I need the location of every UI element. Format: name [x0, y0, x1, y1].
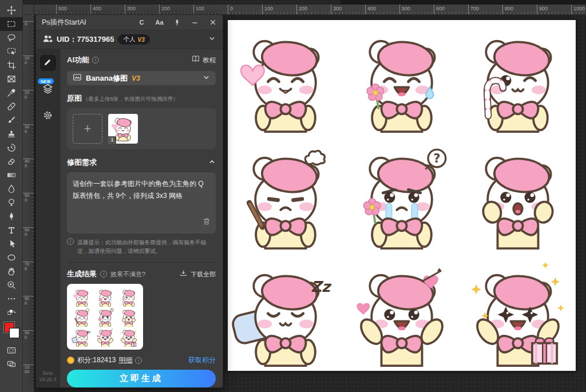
trash-icon[interactable]: [203, 217, 211, 229]
result-info-icon[interactable]: i: [100, 271, 107, 278]
panel-title: Ps插件StartAI: [42, 18, 86, 27]
vruler-label: 600: [23, 227, 34, 236]
ruler-corner: [23, 5, 34, 15]
edit-toolbar[interactable]: [0, 292, 23, 306]
gradient-tool[interactable]: [0, 168, 23, 182]
window-top-strip: [340, 0, 586, 5]
source-title: 原图: [67, 93, 82, 104]
pencil-icon: [43, 58, 52, 69]
hruler-label: 300: [125, 5, 136, 14]
vruler-label: 400: [23, 159, 34, 168]
sticker-laughing-flower: [344, 20, 460, 137]
request-textarea[interactable]: 请创作一套以参考图片中的角色为主角的 Q 版表情包，共 9个，排列成 3x3 网…: [67, 172, 216, 233]
swap-colors-icon[interactable]: [0, 306, 23, 319]
brush-tool[interactable]: [0, 113, 23, 127]
frame-tool[interactable]: [0, 72, 23, 86]
credits-detail-link[interactable]: 明细: [118, 355, 132, 365]
warning-info-icon: i: [67, 238, 74, 245]
vruler-label: 1000: [23, 365, 34, 374]
sticker-surprised-hands-on-cheeks: [460, 137, 576, 254]
hruler-label: 600: [434, 5, 445, 14]
tools-panel: [0, 0, 23, 392]
minimize-icon[interactable]: [191, 18, 199, 27]
download-icon: [180, 269, 187, 279]
crop-tool[interactable]: [0, 58, 23, 72]
hruler-label: 1000: [571, 5, 585, 14]
vruler-label: 100: [23, 56, 34, 65]
history-brush-tool[interactable]: [0, 141, 23, 155]
hruler-label: 0: [228, 5, 233, 14]
dodge-tool[interactable]: [0, 196, 23, 209]
request-title: 修图需求: [67, 157, 97, 168]
edit-tool-nav-button[interactable]: [40, 55, 56, 71]
ellipse-tool[interactable]: [0, 251, 23, 264]
document-canvas[interactable]: ?Zz: [228, 20, 576, 371]
path-selection-tool[interactable]: [0, 237, 23, 251]
book-icon: [192, 55, 200, 65]
hruler-label: 200: [296, 5, 307, 14]
result-mini-sticker: [117, 327, 140, 347]
blur-tool[interactable]: [0, 182, 23, 196]
screen-mode-icon[interactable]: [0, 357, 23, 371]
hand-tool[interactable]: [0, 264, 23, 278]
result-preview[interactable]: ?Zz: [67, 284, 143, 350]
pin-icon[interactable]: [173, 18, 181, 27]
eraser-tool[interactable]: [0, 155, 23, 168]
close-icon[interactable]: [208, 18, 217, 27]
credits-info-icon[interactable]: i: [135, 357, 142, 364]
earn-credits-link[interactable]: 获取积分: [188, 355, 216, 365]
add-image-button[interactable]: +: [73, 114, 102, 144]
new-badge: NEW: [38, 78, 54, 84]
type-tool[interactable]: [0, 223, 23, 237]
result-mini-sticker: [117, 307, 140, 327]
font-size-icon[interactable]: Aa: [155, 18, 164, 27]
chevron-down-icon[interactable]: [208, 34, 216, 45]
clone-stamp-tool[interactable]: [0, 127, 23, 141]
feature-version: V3: [132, 74, 140, 82]
hruler-label: 500: [56, 5, 67, 14]
tutorial-link[interactable]: 教程: [203, 56, 216, 65]
quick-mask-icon[interactable]: [0, 343, 23, 357]
move-tool[interactable]: [0, 3, 23, 17]
hruler-label: 400: [365, 5, 376, 14]
healing-brush-tool[interactable]: [0, 100, 23, 113]
rectangular-marquee-tool[interactable]: [0, 17, 23, 31]
object-selection-tool[interactable]: [0, 45, 23, 58]
result-mini-sticker: Zz: [70, 327, 93, 347]
hruler-label: 300: [331, 5, 342, 14]
hruler-label: 700: [468, 5, 479, 14]
horizontal-ruler: 5004003002001000100200300400500600700800…: [23, 5, 586, 15]
startai-plugin-panel: Ps插件StartAI C Aa UID：775317965 个人 V3: [35, 14, 223, 388]
result-mini-sticker: [70, 287, 93, 307]
vruler-label: 0: [23, 21, 34, 26]
chevron-down-icon: [203, 73, 210, 84]
refresh-icon[interactable]: C: [137, 18, 146, 27]
vruler-label: 700: [23, 262, 34, 271]
vruler-label: 300: [23, 124, 34, 133]
vruler-label: 500: [23, 193, 34, 202]
eyedropper-tool[interactable]: [0, 86, 23, 100]
feature-dropdown[interactable]: Banana修图 V3: [67, 71, 216, 85]
svg-text:Zz: Zz: [311, 278, 332, 295]
thumb-order-badge: 1: [108, 136, 116, 144]
sticker-crying-flower: ?: [344, 137, 460, 254]
sticker-sleeping-pillow: Zz: [228, 254, 344, 371]
color-swatches[interactable]: [0, 320, 23, 343]
account-row[interactable]: UID：775317965 个人 V3: [36, 30, 223, 49]
layers-nav-button[interactable]: NEW: [42, 84, 53, 97]
settings-nav-button[interactable]: [43, 110, 53, 122]
pen-tool[interactable]: [0, 209, 23, 223]
info-icon[interactable]: i: [92, 57, 99, 64]
uploaded-image-thumb[interactable]: 1: [108, 114, 138, 144]
lasso-tool[interactable]: [0, 31, 23, 45]
upload-area: + 1: [67, 108, 216, 149]
download-all-link[interactable]: 下载全部: [191, 270, 216, 279]
background-color-swatch[interactable]: [9, 328, 19, 338]
generate-button[interactable]: 立即生成: [67, 370, 216, 387]
zoom-tool[interactable]: [0, 278, 23, 292]
photoshop-workspace: 5004003002001000100200300400500600700800…: [0, 0, 586, 392]
svg-text:?: ?: [433, 152, 440, 166]
source-note: （最多上传5张，长按图片可拖拽排序）: [83, 96, 179, 103]
chevron-up-icon[interactable]: [208, 157, 216, 168]
sticker-love-arms-up: [344, 254, 460, 371]
